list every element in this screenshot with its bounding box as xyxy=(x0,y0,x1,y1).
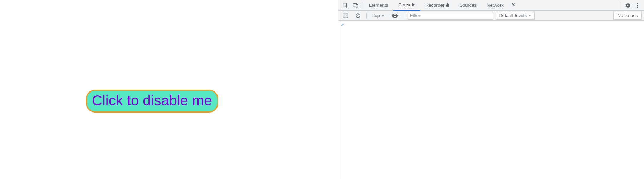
console-toolbar: top ▼ Default levels ▼ No Issues xyxy=(338,11,644,21)
tab-recorder[interactable]: Recorder xyxy=(420,0,454,11)
settings-icon[interactable] xyxy=(623,0,633,10)
log-levels-label: Default levels xyxy=(499,13,527,18)
separator xyxy=(362,2,362,9)
tab-network[interactable]: Network xyxy=(482,0,509,11)
tab-elements[interactable]: Elements xyxy=(364,0,393,11)
separator xyxy=(366,13,367,19)
live-expression-icon[interactable] xyxy=(390,11,400,21)
separator xyxy=(404,13,404,19)
devtools-panel: Elements Console Recorder Sources Networ… xyxy=(338,0,644,179)
kebab-menu-icon[interactable] xyxy=(633,0,643,10)
issues-label: No Issues xyxy=(617,13,638,18)
issues-button[interactable]: No Issues xyxy=(613,12,642,20)
tab-sources[interactable]: Sources xyxy=(454,0,482,11)
tab-console[interactable]: Console xyxy=(393,0,420,11)
tab-label: Network xyxy=(487,3,504,8)
click-to-disable-button[interactable]: Click to disable me xyxy=(86,90,218,113)
console-sidebar-toggle-icon[interactable] xyxy=(341,11,351,21)
svg-point-4 xyxy=(637,5,638,6)
execution-context-selector[interactable]: top ▼ xyxy=(370,12,388,20)
separator xyxy=(621,2,621,9)
more-tabs-icon[interactable] xyxy=(509,0,519,10)
page-viewport: Click to disable me xyxy=(0,0,338,179)
tab-label: Elements xyxy=(369,3,388,8)
tab-label: Console xyxy=(398,2,415,8)
svg-rect-2 xyxy=(356,4,358,8)
tab-label: Sources xyxy=(459,3,477,8)
svg-point-3 xyxy=(637,3,638,4)
flask-icon xyxy=(446,3,449,8)
execution-context-label: top xyxy=(374,13,380,18)
console-output[interactable]: > xyxy=(338,21,644,179)
chevron-down-icon: ▼ xyxy=(381,14,385,18)
tab-label: Recorder xyxy=(425,3,444,8)
clear-console-icon[interactable] xyxy=(353,11,363,21)
console-filter-input[interactable] xyxy=(408,12,493,20)
chevron-down-icon: ▼ xyxy=(528,14,531,18)
inspect-element-icon[interactable] xyxy=(341,0,351,10)
console-prompt-icon: > xyxy=(341,22,344,27)
devtools-tab-bar: Elements Console Recorder Sources Networ… xyxy=(338,0,644,11)
log-levels-selector[interactable]: Default levels ▼ xyxy=(496,12,535,20)
device-toolbar-icon[interactable] xyxy=(351,0,361,10)
svg-point-5 xyxy=(637,6,638,8)
